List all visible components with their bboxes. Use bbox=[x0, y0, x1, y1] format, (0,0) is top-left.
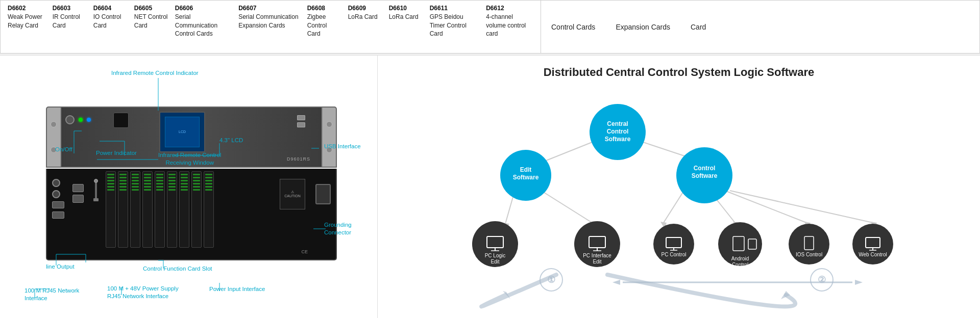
card-id: D6607 bbox=[238, 4, 301, 13]
svg-text:Web Control: Web Control bbox=[859, 252, 887, 257]
hardware-diagram: LCD D9601RS bbox=[0, 56, 378, 318]
device-rear-panel: ⚠CAUTION CE bbox=[46, 169, 337, 260]
svg-line-36 bbox=[664, 191, 684, 223]
card-d6602: D6602 Weak Power Relay Card bbox=[5, 3, 50, 50]
svg-text:Control: Control bbox=[732, 262, 748, 268]
svg-text:Central: Central bbox=[607, 120, 628, 127]
svg-point-79 bbox=[852, 224, 893, 264]
expansion-cards-label: Expansion Cards bbox=[616, 23, 670, 31]
svg-text:Control: Control bbox=[607, 128, 629, 135]
svg-text:①: ① bbox=[547, 275, 555, 285]
card-d6605: D6605 NET Control Card bbox=[131, 3, 172, 50]
label-usb: USB Interface bbox=[324, 143, 361, 149]
card-id: D6609 bbox=[348, 4, 383, 13]
svg-text:PC Control: PC Control bbox=[662, 252, 687, 257]
card-name: Serial Communication Expansion Cards bbox=[238, 13, 301, 30]
card-d6610: D6610 LoRa Card bbox=[386, 3, 427, 50]
card-d6609: D6609 LoRa Card bbox=[345, 3, 386, 50]
logic-diagram-title: Distributed Central Control System Logic… bbox=[388, 66, 970, 79]
card-name: IR Control Card bbox=[53, 13, 87, 30]
svg-text:Control: Control bbox=[694, 165, 716, 172]
card-id: D6603 bbox=[53, 4, 87, 13]
label-control-card-slot: Control Function Card Slot bbox=[143, 266, 212, 272]
card-name: 4-channel volume control card bbox=[486, 13, 533, 38]
card-name: IO Control Card bbox=[93, 13, 128, 30]
svg-text:Edit: Edit bbox=[593, 259, 601, 264]
card-name: GPS Beidou Timer Control Card bbox=[430, 13, 480, 38]
card-id: D6611 bbox=[430, 4, 480, 13]
svg-text:PC Interface: PC Interface bbox=[583, 253, 611, 258]
svg-text:Software: Software bbox=[513, 174, 539, 181]
label-lcd: 4.3" LCD bbox=[219, 137, 243, 143]
control-cards-label: Control Cards bbox=[551, 23, 595, 31]
svg-text:Software: Software bbox=[692, 172, 718, 179]
card-id: D6602 bbox=[8, 4, 46, 13]
svg-line-34 bbox=[541, 191, 592, 223]
card-name: LoRa Card bbox=[348, 13, 383, 21]
card-id: D6604 bbox=[93, 4, 128, 13]
label-grounding: GroundingConnector bbox=[324, 221, 352, 236]
label-on-off: On/Off bbox=[55, 146, 72, 152]
svg-text:PC Logic: PC Logic bbox=[485, 253, 506, 258]
lcd-screen: LCD bbox=[159, 112, 205, 152]
label-ir-indicator: Infrared Remote Control Indicator bbox=[111, 70, 199, 76]
label-network-100m: 100 M RJ45 NetworkInterface bbox=[24, 287, 79, 302]
svg-text:Software: Software bbox=[605, 136, 631, 143]
card-name: LoRa Card bbox=[389, 13, 424, 21]
svg-line-40 bbox=[725, 191, 806, 223]
card-id: D6608 bbox=[307, 4, 342, 13]
card-id: D6605 bbox=[134, 4, 169, 13]
card-name: Weak Power Relay Card bbox=[8, 13, 46, 30]
card-d6607: D6607 Serial Communication Expansion Car… bbox=[235, 3, 304, 50]
label-line-output: line Output bbox=[46, 263, 75, 270]
svg-text:IOS Control: IOS Control bbox=[796, 252, 822, 257]
card-d6603: D6603 IR Control Card bbox=[50, 3, 90, 50]
svg-marker-85 bbox=[612, 280, 620, 285]
svg-text:②: ② bbox=[818, 275, 826, 285]
top-cards-table: D6602 Weak Power Relay Card D6603 IR Con… bbox=[0, 0, 541, 54]
label-power-supply: 100 M + 48V Power SupplyRJ45 Network Int… bbox=[107, 285, 179, 300]
card-id: D6606 bbox=[175, 4, 232, 13]
card-label: Card bbox=[691, 23, 706, 31]
card-id: D6612 bbox=[486, 4, 533, 13]
label-power-input: Power Input Interface bbox=[209, 286, 265, 292]
card-d6608: D6608 Zigbee Control Card bbox=[304, 3, 345, 50]
top-right-labels: Control Cards Expansion Cards Card bbox=[541, 0, 980, 54]
svg-text:Edit: Edit bbox=[520, 166, 532, 173]
card-name: Zigbee Control Card bbox=[307, 13, 342, 38]
svg-line-28 bbox=[541, 142, 592, 163]
card-name: NET Control Card bbox=[134, 13, 169, 30]
svg-text:Edit: Edit bbox=[491, 259, 499, 264]
card-d6612: D6612 4-channel volume control card bbox=[483, 3, 536, 50]
logic-svg: ① ② bbox=[378, 81, 980, 315]
card-d6604: D6604 IO Control Card bbox=[90, 3, 131, 50]
label-power-indicator: Power Indicator bbox=[96, 150, 137, 156]
main-section: LCD D9601RS bbox=[0, 55, 980, 318]
card-name: Serial Communication Control Cards bbox=[175, 13, 232, 38]
card-id: D6610 bbox=[389, 4, 424, 13]
svg-line-42 bbox=[730, 191, 873, 223]
card-d6611: D6611 GPS Beidou Timer Control Card bbox=[427, 3, 483, 50]
logic-diagram: Distributed Central Control System Logic… bbox=[378, 56, 980, 318]
svg-point-76 bbox=[789, 224, 829, 264]
svg-text:Android: Android bbox=[731, 256, 749, 261]
svg-marker-86 bbox=[855, 280, 863, 285]
card-d6606: D6606 Serial Communication Control Cards bbox=[172, 3, 235, 50]
label-ir-window: Infrared Remote ControlReceiving Window bbox=[158, 151, 221, 167]
svg-point-66 bbox=[653, 224, 694, 264]
